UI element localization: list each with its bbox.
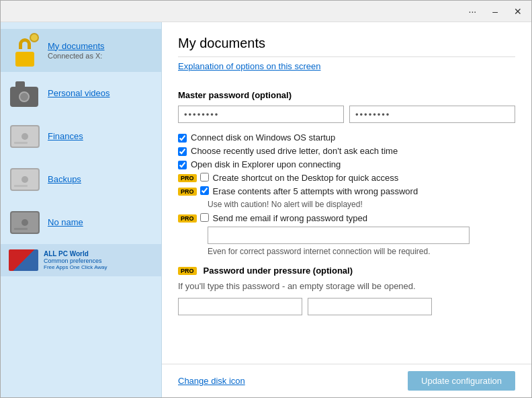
email-input-wrapper bbox=[208, 227, 515, 244]
caution-text: Use with caution! No alert will be displ… bbox=[208, 200, 515, 209]
page-title: My documents bbox=[178, 36, 515, 57]
pro-badge-1: PRO bbox=[178, 174, 197, 182]
pro-badge-3: PRO bbox=[178, 214, 197, 223]
more-button[interactable]: ··· bbox=[465, 5, 481, 18]
master-password-label: Master password (optional) bbox=[178, 90, 515, 100]
sidebar-sublabel-my-documents: Connected as X: bbox=[48, 52, 105, 60]
sidebar-item-backups[interactable]: Backups bbox=[1, 158, 161, 201]
content-area: My documents Connected as X: Pe bbox=[1, 22, 531, 397]
change-disk-icon-link[interactable]: Change disk icon bbox=[178, 376, 245, 386]
sidebar-label-my-documents: My documents bbox=[48, 41, 105, 52]
brand-logo bbox=[9, 249, 38, 271]
checkbox-create-shortcut-input[interactable] bbox=[200, 173, 209, 182]
pressure-password-input-2[interactable] bbox=[308, 298, 432, 315]
sidebar-item-finances[interactable]: Finances bbox=[1, 115, 161, 158]
pro-badge-pressure: PRO bbox=[178, 267, 197, 275]
sidebar: My documents Connected as X: Pe bbox=[1, 22, 162, 397]
checkbox-recently-used-input[interactable] bbox=[178, 147, 187, 156]
brand-tagline: Common preferences bbox=[44, 257, 107, 264]
pro-row-erase-contents: PRO Erase contents after 5 attempts with… bbox=[178, 186, 515, 196]
master-password-input-1[interactable] bbox=[178, 106, 344, 123]
title-bar: ··· – ✕ bbox=[1, 1, 531, 22]
main-area: My documents Explanation of options on t… bbox=[162, 22, 531, 397]
pro-badge-2: PRO bbox=[178, 188, 197, 196]
lock-icon bbox=[9, 34, 41, 67]
main-panel: My documents Explanation of options on t… bbox=[162, 22, 531, 364]
sidebar-item-personal-videos[interactable]: Personal videos bbox=[1, 72, 161, 115]
checkbox-recently-used-label[interactable]: Choose recently used drive letter, don't… bbox=[191, 146, 398, 156]
explanation-link[interactable]: Explanation of options on this screen bbox=[178, 61, 320, 71]
pro-row-create-shortcut: PRO Create shortcut on the Desktop for q… bbox=[178, 173, 515, 183]
pressure-section-header: PRO Password under pressure (optional) bbox=[178, 266, 515, 276]
update-configuration-button[interactable]: Update configuration bbox=[408, 371, 515, 391]
checkbox-open-explorer-label[interactable]: Open disk in Explorer upon connecting bbox=[191, 159, 341, 169]
email-input[interactable] bbox=[208, 227, 470, 244]
pressure-description: If you'll type this password - an empty … bbox=[178, 281, 515, 291]
title-bar-controls: ··· – ✕ bbox=[465, 5, 526, 18]
sidebar-label-personal-videos: Personal videos bbox=[48, 88, 110, 100]
pro-row-inner-2: Erase contents after 5 attempts with wro… bbox=[200, 186, 515, 196]
sidebar-label-no-name: No name bbox=[48, 217, 83, 229]
minimize-button[interactable]: – bbox=[488, 5, 502, 18]
checkbox-send-email-label[interactable]: Send me email if wrong password typed bbox=[213, 213, 368, 223]
checkbox-connect-startup-label[interactable]: Connect disk on Windows OS startup bbox=[191, 132, 335, 143]
hdd-icon-finances bbox=[9, 120, 41, 153]
sidebar-label-finances: Finances bbox=[48, 131, 83, 143]
checkbox-connect-startup: Connect disk on Windows OS startup bbox=[178, 132, 515, 143]
pressure-password-input-1[interactable] bbox=[178, 298, 302, 315]
checkbox-open-explorer: Open disk in Explorer upon connecting bbox=[178, 159, 515, 169]
pro-row-send-email: PRO Send me email if wrong password type… bbox=[178, 213, 515, 223]
checkbox-erase-contents-label[interactable]: Erase contents after 5 attempts with wro… bbox=[213, 186, 418, 196]
password-row bbox=[178, 106, 515, 123]
checkbox-open-explorer-input[interactable] bbox=[178, 161, 187, 169]
hdd-icon-backups bbox=[9, 163, 41, 196]
sidebar-footer: ALL PC World Common preferences Free App… bbox=[1, 244, 161, 276]
pressure-section: PRO Password under pressure (optional) I… bbox=[178, 266, 515, 315]
brand-name: ALL PC World bbox=[44, 250, 107, 257]
pro-row-inner-1: Create shortcut on the Desktop for quick… bbox=[200, 173, 515, 183]
sidebar-label-backups: Backups bbox=[48, 174, 81, 186]
checkbox-create-shortcut-label[interactable]: Create shortcut on the Desktop for quick… bbox=[213, 173, 399, 183]
sidebar-item-no-name[interactable]: No name bbox=[1, 201, 161, 244]
brand-sub: Free Apps One Click Away bbox=[44, 264, 107, 270]
hdd-dark-icon bbox=[9, 206, 41, 239]
sidebar-item-my-documents[interactable]: My documents Connected as X: bbox=[1, 29, 161, 72]
pressure-section-label: Password under pressure (optional) bbox=[204, 266, 353, 276]
pro-row-inner-3: Send me email if wrong password typed bbox=[200, 213, 515, 223]
close-button[interactable]: ✕ bbox=[510, 5, 526, 18]
camera-icon bbox=[9, 77, 41, 110]
bottom-bar: Change disk icon Update configuration bbox=[162, 364, 531, 397]
master-password-input-2[interactable] bbox=[349, 106, 515, 123]
email-note: Even for correct password internet conne… bbox=[208, 247, 515, 256]
pressure-inputs bbox=[178, 298, 515, 315]
checkbox-connect-startup-input[interactable] bbox=[178, 134, 187, 143]
checkbox-erase-contents-input[interactable] bbox=[200, 186, 209, 195]
checkbox-send-email-input[interactable] bbox=[200, 213, 209, 222]
checkbox-recently-used: Choose recently used drive letter, don't… bbox=[178, 146, 515, 156]
